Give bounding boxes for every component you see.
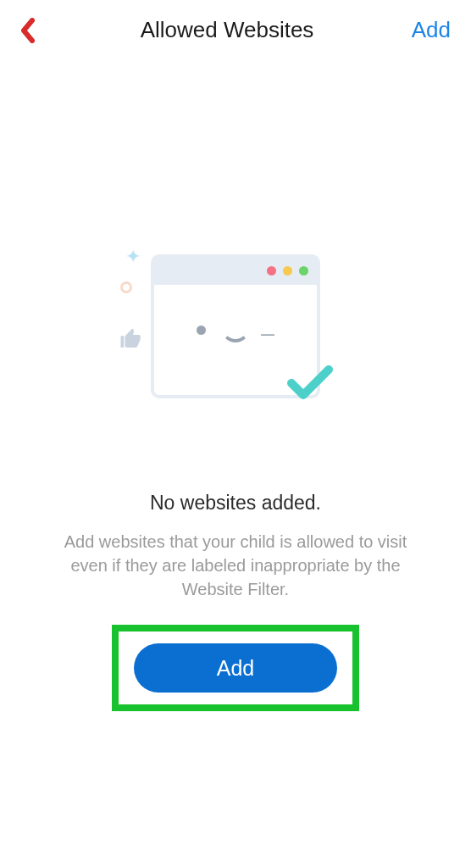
add-button-highlight: Add — [112, 625, 359, 711]
header-add-link[interactable]: Add — [400, 17, 451, 43]
add-button[interactable]: Add — [134, 643, 337, 693]
wink-icon: — — [261, 327, 274, 342]
window-dot-red — [267, 266, 276, 275]
empty-title: No websites added. — [150, 492, 321, 515]
eye-icon — [197, 326, 206, 335]
window-dot-green — [299, 266, 308, 275]
window-titlebar — [152, 256, 319, 285]
empty-state: ✦ — No websites added. — [0, 237, 471, 711]
thumbs-up-icon — [119, 326, 144, 352]
browser-window-icon: — — [151, 254, 320, 398]
mouth-icon — [221, 327, 250, 342]
checkmark-icon — [286, 364, 334, 402]
page-title: Allowed Websites — [54, 17, 400, 43]
header: Allowed Websites Add — [0, 0, 471, 52]
circle-icon — [120, 281, 132, 293]
back-chevron-icon — [20, 18, 36, 43]
sparkle-icon: ✦ — [125, 246, 141, 268]
empty-illustration: ✦ — — [142, 237, 329, 407]
back-button[interactable] — [20, 18, 54, 43]
window-dot-yellow — [283, 266, 292, 275]
empty-description: Add websites that your child is allowed … — [49, 530, 422, 601]
